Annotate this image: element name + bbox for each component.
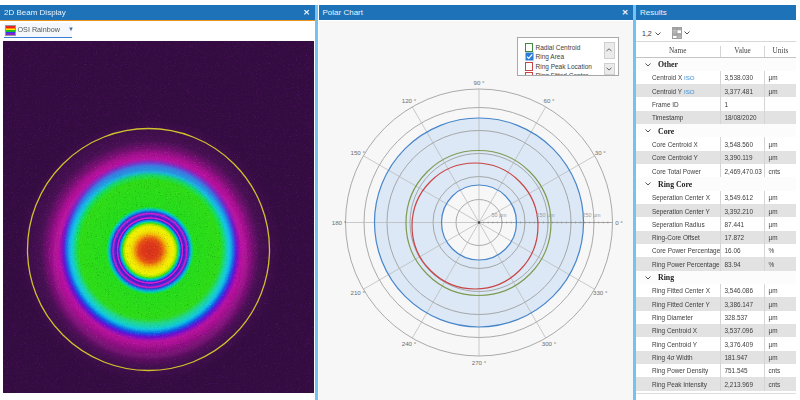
svg-text:0 °: 0 ° xyxy=(615,218,623,225)
svg-text:30 °: 30 ° xyxy=(594,148,606,155)
svg-text:150 µm: 150 µm xyxy=(536,212,555,218)
svg-text:90 °: 90 ° xyxy=(473,78,485,85)
svg-text:330 °: 330 ° xyxy=(592,288,607,295)
svg-text:120 °: 120 ° xyxy=(401,97,416,104)
svg-text:150 °: 150 ° xyxy=(350,148,365,155)
svg-text:50 µm: 50 µm xyxy=(491,212,507,218)
svg-text:240 °: 240 ° xyxy=(401,339,416,346)
svg-text:270 °: 270 ° xyxy=(471,358,486,365)
svg-text:250 µm: 250 µm xyxy=(582,212,601,218)
svg-text:60 °: 60 ° xyxy=(543,97,555,104)
svg-text:300 °: 300 ° xyxy=(541,339,556,346)
svg-text:210 °: 210 ° xyxy=(350,288,365,295)
svg-text:180 °: 180 ° xyxy=(331,218,346,225)
